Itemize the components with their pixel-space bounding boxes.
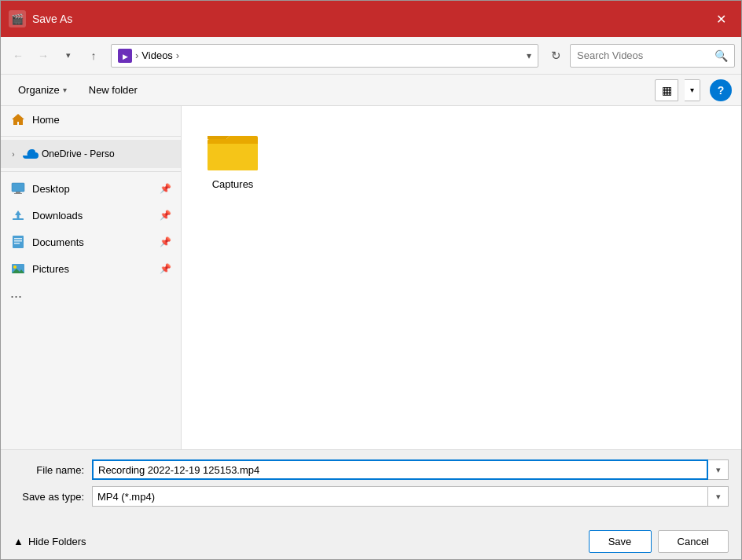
svg-rect-9 (13, 236, 24, 248)
onedrive-icon (23, 148, 39, 161)
home-icon (10, 112, 26, 127)
file-name-input[interactable] (92, 459, 708, 480)
onedrive-label: OneDrive - Perso (42, 148, 115, 159)
file-name-dropdown-button[interactable]: ▾ (708, 459, 729, 480)
app-icon: 🎬 (9, 10, 26, 27)
new-folder-button[interactable]: New folder (81, 81, 145, 99)
desktop-label: Desktop (32, 183, 70, 195)
home-label: Home (32, 114, 60, 126)
organize-button[interactable]: Organize ▾ (10, 81, 75, 99)
save-type-dropdown-button[interactable]: ▾ (708, 486, 729, 507)
search-input[interactable] (577, 49, 710, 61)
sidebar-item-downloads[interactable]: Downloads 📌 (1, 202, 181, 229)
refresh-button[interactable]: ↻ (545, 45, 567, 67)
action-bar: ▲ Hide Folders Save Cancel (1, 522, 741, 559)
sidebar: Home › OneDrive - Perso (1, 106, 182, 449)
svg-text:▶: ▶ (123, 53, 128, 60)
close-button[interactable]: ✕ (708, 6, 733, 31)
view-mode-button[interactable]: ▦ (655, 79, 678, 101)
chevron-down-icon: ▾ (66, 50, 71, 60)
navigation-bar: ← → ▾ ↑ ▶ › Videos › ▾ ↻ 🔍 (1, 37, 741, 75)
help-button[interactable]: ? (710, 79, 732, 101)
bottom-section: File name: ▾ Save as type: MP4 (*.mp4) ▾ (1, 449, 741, 522)
chevron-down-icon: ▾ (63, 86, 67, 94)
history-dropdown-button[interactable]: ▾ (57, 45, 79, 67)
pictures-icon (10, 261, 26, 276)
sidebar-more: ··· (1, 282, 181, 311)
search-box[interactable]: 🔍 (570, 44, 735, 68)
hide-folders-label: Hide Folders (28, 536, 86, 547)
back-button[interactable]: ← (7, 45, 29, 67)
pin-icon-desktop: 📌 (160, 183, 171, 194)
search-icon: 🔍 (714, 49, 728, 62)
up-arrow-icon: ▲ (13, 536, 24, 547)
sidebar-item-pictures[interactable]: Pictures 📌 (1, 255, 181, 282)
svg-rect-6 (14, 193, 22, 194)
title-bar: 🎬 Save As ✕ (1, 1, 741, 37)
address-bar[interactable]: ▶ › Videos › ▾ (111, 44, 538, 68)
folder-name: Captures (212, 178, 254, 190)
pin-icon-downloads: 📌 (160, 210, 171, 221)
breadcrumb-separator-2: › (176, 49, 179, 61)
svg-rect-7 (13, 218, 24, 220)
save-as-dialog: 🎬 Save As ✕ ← → ▾ ↑ ▶ › Videos › ▾ ↻ (0, 0, 742, 560)
location-icon: ▶ (118, 49, 132, 63)
file-name-row: File name: ▾ (13, 459, 729, 480)
save-type-select[interactable]: MP4 (*.mp4) (92, 486, 708, 507)
sidebar-item-desktop[interactable]: Desktop 📌 (1, 175, 181, 202)
up-button[interactable]: ↑ (83, 45, 105, 67)
cancel-button[interactable]: Cancel (658, 530, 729, 553)
hide-folders-button[interactable]: ▲ Hide Folders (13, 536, 86, 547)
folder-grid: Captures (197, 122, 725, 196)
desktop-icon (10, 181, 26, 196)
pin-icon-documents: 📌 (160, 236, 171, 247)
file-name-label: File name: (13, 464, 92, 476)
sidebar-divider-2 (1, 171, 181, 172)
breadcrumb-separator-1: › (135, 49, 138, 61)
documents-label: Documents (32, 236, 84, 248)
list-item[interactable]: Captures (197, 122, 268, 196)
sidebar-item-onedrive[interactable]: › OneDrive - Perso (1, 140, 181, 168)
save-type-row: Save as type: MP4 (*.mp4) ▾ (13, 486, 729, 507)
pin-icon-pictures: 📌 (160, 263, 171, 274)
content-area: Home › OneDrive - Perso (1, 106, 741, 449)
pictures-label: Pictures (32, 263, 69, 275)
sidebar-item-home[interactable]: Home (1, 106, 181, 133)
save-type-input-wrap: MP4 (*.mp4) ▾ (92, 486, 729, 507)
view-dropdown-button[interactable]: ▾ (685, 79, 700, 101)
svg-rect-4 (12, 183, 24, 192)
save-button[interactable]: Save (589, 530, 652, 553)
downloads-label: Downloads (32, 210, 83, 221)
dialog-title: Save As (32, 13, 708, 25)
svg-marker-8 (15, 210, 21, 218)
svg-rect-11 (14, 240, 22, 242)
documents-icon (10, 234, 26, 250)
file-name-input-wrap: ▾ (92, 459, 729, 480)
svg-text:🎬: 🎬 (11, 13, 24, 26)
sidebar-divider-1 (1, 136, 181, 137)
organize-label: Organize (18, 84, 60, 96)
svg-rect-12 (14, 243, 20, 244)
address-dropdown-button[interactable]: ▾ (527, 50, 531, 61)
downloads-icon (10, 207, 26, 223)
sidebar-item-documents[interactable]: Documents 📌 (1, 229, 181, 255)
svg-rect-10 (14, 238, 22, 240)
file-area: Captures (182, 106, 741, 449)
svg-point-14 (13, 265, 17, 269)
svg-rect-5 (16, 192, 20, 193)
forward-button[interactable]: → (32, 45, 54, 67)
new-folder-label: New folder (89, 84, 138, 96)
action-buttons: Save Cancel (589, 530, 729, 553)
expand-icon: › (7, 148, 20, 160)
folder-icon (204, 128, 261, 174)
save-type-label: Save as type: (13, 491, 92, 503)
toolbar: Organize ▾ New folder ▦ ▾ ? (1, 75, 741, 106)
breadcrumb-videos[interactable]: Videos (141, 49, 173, 61)
